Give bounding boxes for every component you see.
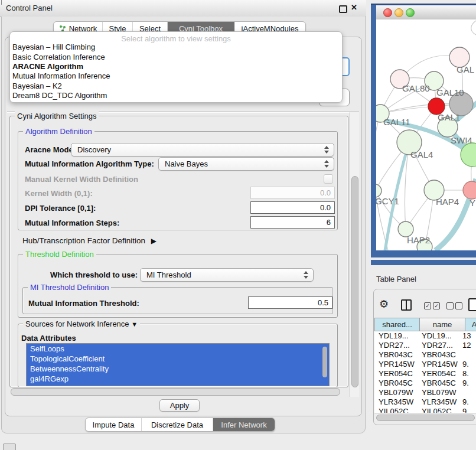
new-table-icon[interactable] — [468, 298, 476, 311]
aracne-mode-value: Discovery — [77, 145, 111, 154]
settings-vertical-scrollbar[interactable] — [350, 112, 359, 397]
table-row[interactable]: YLR345W YLR345W 9. — [374, 397, 476, 407]
cell-shared-name: YDR27... — [374, 341, 418, 350]
settings-vertical-scrollbar-thumb[interactable] — [351, 176, 358, 387]
algorithm-option[interactable]: Mutual Information Inference — [12, 71, 110, 81]
mi-type-combobox[interactable]: Naive Bayes — [158, 157, 334, 171]
algorithm-popup-placeholder: Select algorithm to view settings — [10, 34, 342, 43]
screen: Control Panel ✕ Network Style Select Cyn… — [0, 0, 476, 450]
dpi-tolerance-field[interactable]: 0.0 — [250, 201, 335, 214]
mi-threshold-field[interactable]: 0.5 — [248, 296, 332, 309]
float-window-icon[interactable] — [339, 5, 347, 13]
network-canvas[interactable]: GAL GAL80 GAL10 GAL1 GAL11 SWI4 GAL4 GCY… — [376, 19, 476, 250]
cell-value: 9 — [461, 407, 476, 413]
cell-value: 9. — [461, 360, 476, 369]
cyni-bottom-tabbar: Impute Data Discretize Data Infer Networ… — [85, 418, 275, 432]
combo-arrows-icon — [304, 270, 308, 279]
table-body: YDL19... YDL19... 13 YDR27... YDR27... 1… — [374, 331, 476, 413]
checked-box-icon: ✓ — [433, 302, 440, 309]
algorithm-option[interactable]: Bayesian – K2 — [12, 81, 62, 91]
unchecked-box-icon — [455, 302, 462, 309]
node-label: GCY1 — [376, 196, 399, 206]
tab-discretize-data[interactable]: Discretize Data — [142, 418, 213, 431]
table-row[interactable]: YBL079W YBL079W — [374, 388, 476, 397]
node-label: GAL1 — [438, 112, 460, 122]
expand-arrow-icon: ▶ — [151, 237, 157, 245]
column-header-shared-name[interactable]: shared... — [374, 318, 420, 331]
attribute-item-selected[interactable]: SelfLoops — [27, 344, 329, 354]
table-row[interactable]: YDR27... YDR27... 12 — [374, 341, 476, 350]
tab-infer-network[interactable]: Infer Network — [213, 418, 275, 431]
mac-minimize-button[interactable] — [395, 8, 403, 17]
table-row[interactable]: YPR145W YPR145W 9. — [374, 360, 476, 369]
deselect-all-columns-icon[interactable] — [446, 302, 462, 309]
table-horizontal-scrollbar[interactable] — [374, 413, 476, 421]
hub-definition-label: Hub/Transcription Factor Definition — [22, 236, 145, 245]
table-row[interactable]: YER054C YER054C 8. — [374, 369, 476, 379]
column-header-partial[interactable]: A — [465, 318, 476, 331]
tab-discretize-data-label: Discretize Data — [151, 420, 203, 429]
mi-type-value: Naive Bayes — [165, 159, 208, 168]
cell-shared-name: YBR045C — [374, 379, 418, 388]
aracne-mode-combobox[interactable]: Discovery — [71, 143, 334, 156]
tab-infer-network-label: Infer Network — [221, 420, 266, 429]
cell-shared-name: YDL19... — [374, 331, 418, 341]
algorithm-option[interactable]: Bayesian – Hill Climbing — [12, 43, 95, 52]
column-header-name[interactable]: name — [420, 318, 465, 331]
network-graph: GAL GAL80 GAL10 GAL1 GAL11 SWI4 GAL4 GCY… — [376, 19, 476, 250]
checked-box-icon: ✓ — [424, 302, 431, 309]
mi-type-label: Mutual Information Algorithm Type: — [25, 159, 154, 168]
cell-shared-name: YLR345W — [374, 397, 418, 407]
cell-value: 12 — [461, 341, 476, 350]
cell-name: YBL079W — [418, 388, 461, 397]
table-row[interactable]: YIL052C YIL052C 9 — [374, 407, 476, 413]
attribute-list-scrollbar-thumb[interactable] — [322, 347, 327, 377]
cell-name: YIL052C — [418, 407, 461, 413]
table-row[interactable]: YBR045C YBR045C 9. — [374, 379, 476, 388]
mi-steps-label: Mutual Information Steps: — [25, 219, 119, 227]
table-horizontal-scrollbar-thumb[interactable] — [376, 415, 475, 421]
sources-group-title: Sources for Network Inference ▼ — [23, 319, 140, 328]
algorithm-option-highlighted[interactable]: ARACNE Algorithm — [12, 62, 83, 71]
node-Y-pink[interactable] — [463, 181, 476, 199]
cell-value — [461, 350, 476, 360]
attribute-item-selected[interactable]: gal4RGexp — [27, 374, 329, 384]
table-row[interactable]: YDL19... YDL19... 13 — [374, 331, 476, 341]
attribute-item-selected[interactable]: TopologicalCoefficient — [27, 354, 329, 364]
close-icon[interactable]: ✕ — [351, 3, 357, 12]
data-attributes-list: SelfLoops TopologicalCoefficient Between… — [26, 343, 330, 386]
collapse-arrow-icon[interactable]: ▼ — [131, 321, 138, 328]
control-panel-title: Control Panel — [6, 4, 53, 12]
mi-steps-field[interactable]: 6 — [250, 216, 335, 229]
settings-horizontal-scrollbar-thumb[interactable] — [11, 388, 340, 396]
manual-kernel-checkbox[interactable] — [324, 174, 333, 184]
node-label: GAL11 — [383, 117, 410, 127]
split-columns-icon[interactable] — [401, 299, 412, 311]
cell-name: YDL19... — [418, 331, 461, 341]
table-row[interactable]: YBR043C YBR043C — [374, 350, 476, 360]
cell-shared-name: YIL052C — [374, 407, 418, 413]
which-threshold-combobox[interactable]: MI Threshold — [140, 268, 314, 282]
tab-impute-data[interactable]: Impute Data — [86, 418, 142, 431]
mac-close-button[interactable] — [383, 8, 392, 17]
algorithm-dropdown-popup: Select algorithm to view settings Bayesi… — [9, 31, 343, 103]
kernel-width-field[interactable]: 0.0 — [250, 187, 335, 199]
data-attributes-label: Data Attributes — [21, 334, 76, 343]
algorithm-option[interactable]: Basic Correlation Inference — [12, 53, 105, 62]
algorithm-option[interactable]: Dream8 DC_TDC Algorithm — [12, 91, 107, 100]
apply-button[interactable]: Apply — [159, 399, 200, 412]
cell-name: YBR043C — [418, 350, 461, 360]
select-all-columns-icon[interactable]: ✓ ✓ — [424, 302, 440, 309]
attribute-item-selected[interactable]: BetweennessCentrality — [27, 364, 329, 374]
gear-icon[interactable]: ⚙ — [379, 298, 389, 311]
node-GCY1[interactable] — [376, 184, 382, 197]
mac-zoom-button[interactable] — [406, 8, 415, 17]
node-label: Y — [470, 198, 475, 208]
cyni-algorithm-settings-title: Cyni Algorithm Settings — [15, 112, 99, 120]
cell-name: YPR145W — [418, 360, 461, 369]
collapsed-panel-button[interactable] — [3, 444, 16, 450]
threshold-definition-title: Threshold Definition — [23, 250, 96, 259]
algorithm-definition-title: Algorithm Definition — [23, 127, 94, 136]
hub-definition-expander[interactable]: Hub/Transcription Factor Definition ▶ — [22, 236, 157, 245]
network-window-titlebar[interactable] — [376, 5, 476, 20]
